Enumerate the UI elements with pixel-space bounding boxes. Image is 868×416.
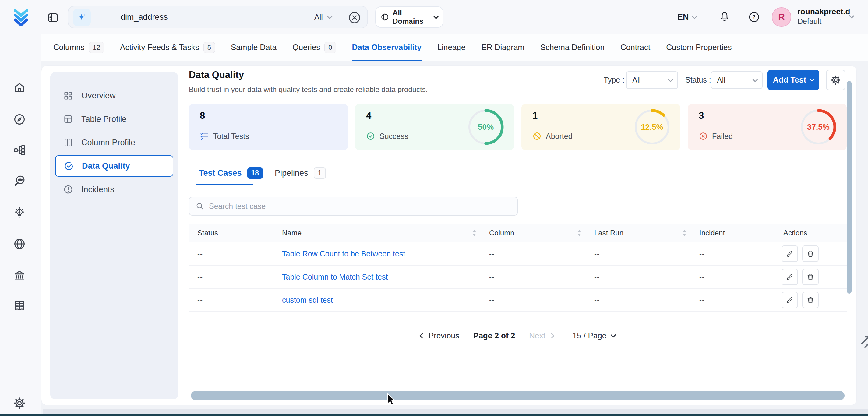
page-bottom-edge xyxy=(0,414,868,416)
help-icon[interactable]: ? xyxy=(748,11,760,23)
tab-count-badge: 12 xyxy=(89,42,104,53)
chevron-down-icon xyxy=(810,77,815,82)
aborted-ban-icon xyxy=(532,132,541,141)
card-aborted: 1 Aborted 12.5% xyxy=(521,104,680,150)
data-flow-icon[interactable] xyxy=(13,144,26,157)
type-filter-select[interactable]: All xyxy=(626,71,678,89)
columns-icon xyxy=(63,137,73,148)
chevron-down-icon xyxy=(327,13,332,19)
user-role: Default xyxy=(797,17,850,26)
table-header-row: Status Name Column Last Run Incident Act… xyxy=(189,224,847,243)
tab-activity-feeds[interactable]: Activity Feeds & Tasks 5 xyxy=(120,34,215,61)
home-icon[interactable] xyxy=(13,81,26,94)
sidebar-toggle-icon[interactable] xyxy=(47,11,59,24)
domains-label: All Domains xyxy=(393,8,431,26)
table-icon xyxy=(63,114,73,124)
tab-columns[interactable]: Columns 12 xyxy=(53,34,104,61)
glossary-book-icon[interactable] xyxy=(13,299,26,312)
search-scope-value: All xyxy=(314,13,323,22)
chevron-down-icon xyxy=(433,13,439,19)
test-cases-table: Status Name Column Last Run Incident Act… xyxy=(189,224,847,312)
col-header-name[interactable]: Name xyxy=(274,229,481,237)
test-case-link[interactable]: Table Row Count to be Between test xyxy=(282,249,405,258)
domains-filter[interactable]: All Domains xyxy=(375,6,443,28)
chevron-down-icon xyxy=(692,13,697,19)
tab-contract[interactable]: Contract xyxy=(620,34,650,61)
col-header-status: Status xyxy=(189,229,274,237)
col-header-column[interactable]: Column xyxy=(481,229,586,237)
list-tab-bar: Test Cases 18 Pipelines 1 xyxy=(189,166,847,185)
sidebar-item-data-quality[interactable]: Data Quality xyxy=(55,155,173,177)
global-search-bar[interactable]: dim_address All xyxy=(68,6,368,28)
sort-icon[interactable] xyxy=(472,230,476,236)
delete-button[interactable] xyxy=(802,268,819,285)
pipelines-count-badge: 1 xyxy=(314,167,326,179)
grid-icon xyxy=(63,91,73,101)
sort-icon[interactable] xyxy=(682,230,686,236)
tab-queries[interactable]: Queries 0 xyxy=(292,34,336,61)
insights-bulb-icon[interactable] xyxy=(13,206,26,219)
global-search-input[interactable]: dim_address xyxy=(121,12,168,22)
col-header-last-run[interactable]: Last Run xyxy=(586,229,691,237)
trash-icon xyxy=(806,273,814,281)
search-clear-button[interactable] xyxy=(348,11,361,24)
chevron-down-icon xyxy=(752,76,758,82)
domains-globe-icon[interactable] xyxy=(13,237,26,250)
user-avatar[interactable]: R xyxy=(772,7,791,27)
pencil-icon xyxy=(786,296,794,304)
language-select[interactable]: EN xyxy=(677,0,696,34)
previous-page-button[interactable]: Previous xyxy=(420,331,459,341)
tab-pipelines[interactable]: Pipelines 1 xyxy=(275,167,326,179)
edit-button[interactable] xyxy=(781,246,798,262)
tab-test-cases[interactable]: Test Cases 18 xyxy=(199,167,263,179)
settings-gear-icon[interactable] xyxy=(13,397,26,410)
notifications-bell-icon[interactable] xyxy=(719,11,730,23)
sidebar-item-column-profile[interactable]: Column Profile xyxy=(55,132,173,153)
tab-lineage[interactable]: Lineage xyxy=(437,34,466,61)
sidebar-item-table-profile[interactable]: Table Profile xyxy=(55,108,173,130)
tab-custom-properties[interactable]: Custom Properties xyxy=(666,34,732,61)
pagination: Previous Page 2 of 2 Next 15 / Page xyxy=(189,323,847,348)
govern-bank-icon[interactable] xyxy=(13,269,26,282)
app-logo-icon[interactable] xyxy=(11,8,30,27)
active-tab-underline xyxy=(196,184,253,185)
user-menu[interactable]: rounakpreet.d Default xyxy=(797,7,850,26)
status-filter-select[interactable]: All xyxy=(711,71,763,89)
edge-expand-icon[interactable] xyxy=(860,330,868,348)
add-test-button[interactable]: Add Test xyxy=(768,70,819,90)
test-case-link[interactable]: custom sql test xyxy=(282,296,333,304)
failed-x-icon xyxy=(699,132,708,141)
edit-button[interactable] xyxy=(781,268,798,285)
ai-sparkle-icon[interactable] xyxy=(73,8,91,26)
chevron-right-icon xyxy=(549,333,554,338)
top-bar: dim_address All All Domains EN ? xyxy=(0,0,868,34)
horizontal-scrollbar[interactable] xyxy=(191,391,844,400)
quality-settings-button[interactable] xyxy=(826,70,845,90)
search-scope-select[interactable]: All xyxy=(314,13,332,22)
gear-icon xyxy=(830,75,841,86)
chevron-down-icon xyxy=(668,76,673,82)
explore-compass-icon[interactable] xyxy=(13,113,26,126)
delete-button[interactable] xyxy=(802,292,819,308)
total-tests-label: Total Tests xyxy=(213,132,249,141)
aborted-percent: 12.5% xyxy=(632,107,672,147)
col-header-actions: Actions xyxy=(775,229,847,237)
delete-button[interactable] xyxy=(802,246,819,262)
sort-icon[interactable] xyxy=(577,230,581,236)
test-case-link[interactable]: Table Column to Match Set test xyxy=(282,273,388,281)
tab-schema-definition[interactable]: Schema Definition xyxy=(540,34,604,61)
test-case-search[interactable] xyxy=(189,197,518,216)
observability-icon[interactable] xyxy=(13,174,26,187)
next-page-button[interactable]: Next xyxy=(529,331,553,341)
tab-data-observability[interactable]: Data Observability xyxy=(352,34,422,61)
tab-er-diagram[interactable]: ER Diagram xyxy=(481,34,524,61)
search-icon xyxy=(195,202,204,211)
chevron-left-icon xyxy=(420,333,425,338)
page-size-select[interactable]: 15 / Page xyxy=(572,331,615,341)
edit-button[interactable] xyxy=(781,292,798,308)
tab-sample-data[interactable]: Sample Data xyxy=(231,34,277,61)
vertical-scrollbar[interactable] xyxy=(847,81,851,294)
sidebar-item-incidents[interactable]: Incidents xyxy=(55,179,173,200)
sidebar-item-overview[interactable]: Overview xyxy=(55,85,173,106)
test-case-search-input[interactable] xyxy=(209,202,495,211)
